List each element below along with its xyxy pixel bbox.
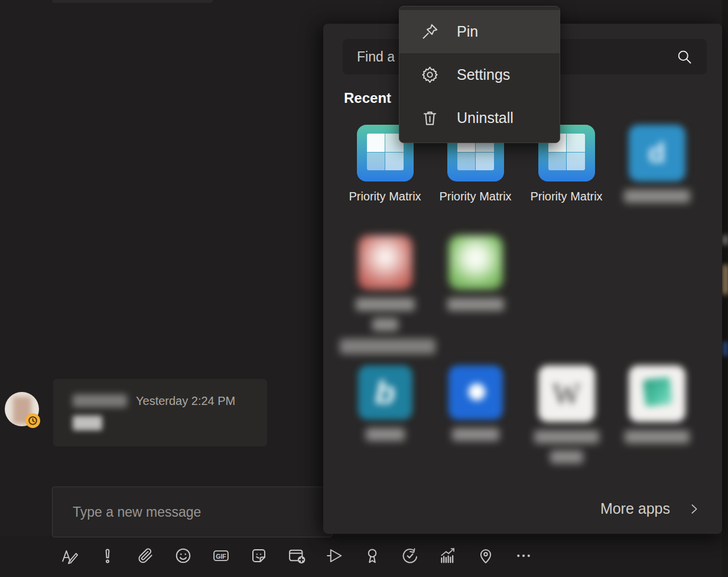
app-label-blurred: [366, 428, 405, 441]
pin-icon: [421, 22, 439, 41]
gif-icon[interactable]: GIF: [212, 547, 230, 565]
attach-icon[interactable]: [136, 547, 154, 565]
blurred-green-app-icon: [448, 235, 503, 290]
chart-icon[interactable]: [439, 547, 457, 565]
app-label-blurred: [452, 428, 499, 441]
blurred-bing-app-icon: b: [358, 365, 412, 420]
app-label-blurred: [356, 298, 415, 311]
menu-item-label: Settings: [457, 66, 510, 83]
format-icon[interactable]: [61, 547, 79, 565]
meeting-card-icon[interactable]: [288, 547, 306, 565]
menu-item-pin[interactable]: Pin: [399, 10, 560, 53]
sticker-icon[interactable]: [250, 547, 268, 565]
chat-message[interactable]: Yesterday 2:24 PM: [53, 379, 267, 446]
app-tile-blurred[interactable]: [340, 235, 430, 331]
app-label: Priority Matrix: [521, 189, 612, 205]
app-label-blurred: [624, 190, 690, 203]
app-label-blurred: [625, 430, 690, 443]
importance-icon[interactable]: [99, 547, 116, 565]
app-tile-blurred[interactable]: W: [521, 365, 612, 463]
more-apps-button[interactable]: More apps: [600, 500, 701, 517]
suggestions-heading-blurred: [340, 339, 436, 354]
background-content-strip: [722, 0, 728, 577]
app-context-menu: Pin Settings Uninstall: [399, 6, 560, 143]
approvals-icon[interactable]: [401, 547, 419, 565]
clock-icon: [27, 415, 38, 426]
menu-item-label: Pin: [457, 23, 478, 40]
gear-icon: [421, 66, 439, 84]
compose-toolbar: GIF: [61, 547, 532, 565]
app-tile-blurred[interactable]: [430, 365, 521, 441]
app-label: Priority Matrix: [340, 189, 430, 205]
app-label-blurred: [534, 430, 599, 443]
previous-message-sliver: [52, 0, 213, 3]
message-text-blurred: [73, 416, 102, 430]
status-away-badge: [25, 413, 40, 428]
recent-heading: Recent: [344, 90, 391, 106]
app-label-blurred: [372, 318, 398, 331]
blurred-red-app-icon: [358, 235, 412, 290]
message-input[interactable]: Type a new message: [52, 487, 332, 537]
message-timestamp: Yesterday 2:24 PM: [136, 394, 235, 408]
app-label: Priority Matrix: [430, 189, 521, 205]
location-icon[interactable]: [477, 547, 495, 565]
sender-name-blurred: [73, 394, 127, 407]
menu-item-uninstall[interactable]: Uninstall: [399, 96, 560, 140]
stream-icon[interactable]: [326, 547, 343, 565]
blurred-blue-app-icon: d: [629, 125, 685, 181]
app-tile-blurred[interactable]: [612, 365, 702, 443]
app-tile-blurred[interactable]: [430, 235, 521, 311]
app-label-blurred: [447, 298, 504, 311]
app-label-blurred: [550, 450, 583, 463]
emoji-icon[interactable]: [174, 547, 192, 565]
more-apps-label: More apps: [600, 500, 670, 517]
app-tile-blurred[interactable]: d: [612, 125, 702, 203]
chevron-right-icon: [688, 503, 701, 516]
blurred-wikipedia-app-icon: W: [538, 365, 595, 422]
menu-item-settings[interactable]: Settings: [399, 53, 560, 96]
blurred-weather-app-icon: [448, 365, 503, 420]
gif-label: GIF: [216, 553, 226, 560]
message-input-placeholder: Type a new message: [53, 504, 201, 520]
search-icon[interactable]: [676, 48, 693, 65]
blurred-boards-app-icon: [629, 365, 685, 422]
more-options-icon[interactable]: [515, 547, 532, 565]
teams-window: Yesterday 2:24 PM Type a new message: [0, 0, 728, 577]
menu-item-label: Uninstall: [457, 109, 514, 127]
trash-icon: [421, 109, 439, 127]
praise-icon[interactable]: [363, 547, 381, 565]
app-tile-blurred[interactable]: b: [340, 365, 430, 441]
